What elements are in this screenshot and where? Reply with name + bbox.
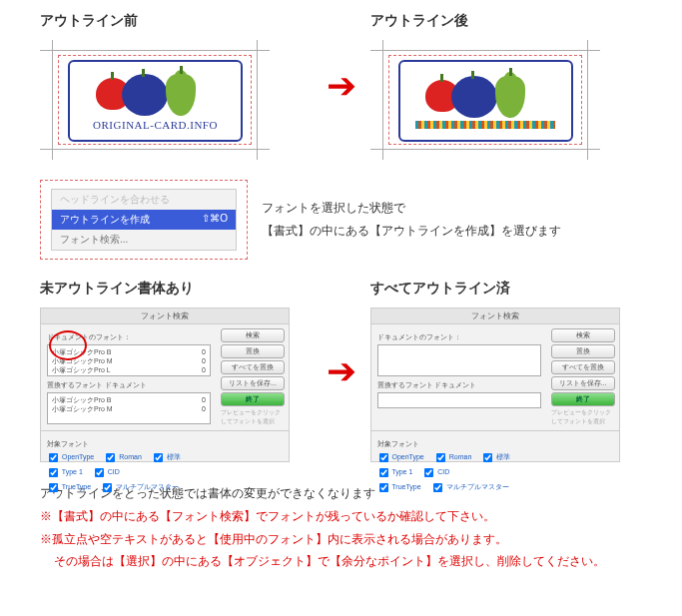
fruit-illustration xyxy=(425,74,545,119)
chk-std[interactable]: 標準 xyxy=(152,451,181,464)
replace-button[interactable]: 置換 xyxy=(221,344,285,358)
menu-item-headline: ヘッドラインを合わせる xyxy=(52,190,236,210)
save-list-button[interactable]: リストを保存... xyxy=(551,376,615,390)
arrow-right-icon: ➔ xyxy=(327,350,356,392)
font-row[interactable]: 小塚ゴシックPro B xyxy=(52,395,112,404)
chk-opentype[interactable]: OpenType xyxy=(47,451,94,464)
chk-type1[interactable]: Type 1 xyxy=(47,466,83,479)
menu-item-create-outlines[interactable]: アウトラインを作成 ⇧⌘O xyxy=(52,210,236,230)
replace-fonts-listbox-empty[interactable] xyxy=(377,392,541,408)
doc-label: ドキュメント xyxy=(434,381,476,388)
note-line2: ※【書式】の中にある【フォント検索】でフォントが残っているか確認して下さい。 xyxy=(40,505,642,528)
doc-label: ドキュメント xyxy=(105,381,147,388)
doc-fonts-listbox-empty[interactable] xyxy=(377,344,541,376)
tiny-note: プレビューをクリックしてフォントを選択 xyxy=(551,408,615,426)
replace-button[interactable]: 置換 xyxy=(551,344,615,358)
font-row[interactable]: 小塚ゴシックPro L xyxy=(52,365,111,374)
pear-icon xyxy=(166,74,196,116)
note-line4: その場合は【選択】の中にある【オブジェクト】で【余分なポイント】を選択し、削除し… xyxy=(40,550,642,573)
arrow-right-icon: ➔ xyxy=(327,65,356,107)
done-button[interactable]: 終了 xyxy=(221,392,285,406)
replace-all-button[interactable]: すべてを置換 xyxy=(221,360,285,374)
chk-std[interactable]: 標準 xyxy=(481,451,510,464)
menu-item-find-font[interactable]: フォント検索... xyxy=(52,230,236,250)
menu-description: フォントを選択した状態で 【書式】の中にある【アウトラインを作成】を選びます xyxy=(262,197,642,243)
find-font-dialog-before: フォント検索 ドキュメントのフォント： 小塚ゴシックPro B0 小塚ゴシックP… xyxy=(40,308,290,462)
chk-cid[interactable]: CID xyxy=(93,466,120,479)
card-text-after xyxy=(415,121,555,129)
pear-icon xyxy=(495,76,525,118)
chk-cid[interactable]: CID xyxy=(422,466,449,479)
chk-type1[interactable]: Type 1 xyxy=(377,466,413,479)
not-outlined-heading: 未アウトライン書体あり xyxy=(40,280,313,298)
target-font-section: 対象フォント OpenType Roman 標準 Type 1 CID True… xyxy=(371,430,619,498)
font-row[interactable]: 小塚ゴシックPro B xyxy=(52,347,112,356)
dialog-title: フォント検索 xyxy=(371,308,619,324)
desc-line2: 【書式】の中にある【アウトラインを作成】を選びます xyxy=(262,220,642,243)
desc-line1: フォントを選択した状態で xyxy=(262,197,642,220)
chk-mm[interactable]: マルチプルマスター xyxy=(431,481,509,494)
plum-icon xyxy=(451,76,497,118)
doc-fonts-listbox[interactable]: 小塚ゴシックPro B0 小塚ゴシックPro M0 小塚ゴシックPro L0 xyxy=(47,344,211,376)
doc-fonts-label: ドキュメントのフォント： xyxy=(377,332,541,342)
before-heading: アウトライン前 xyxy=(40,12,313,30)
card-text-before: ORIGINAL-CARD.INFO xyxy=(93,119,218,131)
find-button[interactable]: 検索 xyxy=(221,328,285,342)
chk-truetype[interactable]: TrueType xyxy=(47,481,91,494)
chk-roman[interactable]: Roman xyxy=(104,451,142,464)
business-card-after xyxy=(398,60,573,142)
menu-excerpt: ヘッドラインを合わせる アウトラインを作成 ⇧⌘O フォント検索... xyxy=(40,180,248,260)
menu-item-shortcut: ⇧⌘O xyxy=(202,213,228,227)
replace-label: 置換するフォント xyxy=(47,381,103,388)
note-line3: ※孤立点や空テキストがあると【使用中のフォント】内に表示される場合があります。 xyxy=(40,528,642,551)
save-list-button[interactable]: リストを保存... xyxy=(221,376,285,390)
menu-item-label: アウトラインを作成 xyxy=(60,213,150,227)
chk-mm[interactable]: マルチプルマスター xyxy=(101,481,179,494)
all-outlined-heading: すべてアウトライン済 xyxy=(370,280,643,298)
doc-fonts-label: ドキュメントのフォント： xyxy=(47,332,211,342)
target-font-section: 対象フォント OpenType Roman 標準 Type 1 CID True… xyxy=(41,430,289,498)
find-font-dialog-after: フォント検索 ドキュメントのフォント： 置換するフォント ドキュメント 検索 置… xyxy=(370,308,620,462)
font-row[interactable]: 小塚ゴシックPro M xyxy=(52,356,113,365)
canvas-before: ORIGINAL-CARD.INFO xyxy=(40,40,270,160)
target-font-label: 対象フォント xyxy=(377,439,613,449)
after-heading: アウトライン後 xyxy=(370,12,643,30)
chk-roman[interactable]: Roman xyxy=(434,451,472,464)
fruit-illustration xyxy=(96,72,216,117)
plum-icon xyxy=(122,74,168,116)
chk-opentype[interactable]: OpenType xyxy=(377,451,424,464)
canvas-after xyxy=(370,40,600,160)
find-button[interactable]: 検索 xyxy=(551,328,615,342)
business-card-before: ORIGINAL-CARD.INFO xyxy=(68,60,243,142)
replace-label: 置換するフォント xyxy=(377,381,433,388)
font-row[interactable]: 小塚ゴシックPro M xyxy=(52,404,113,413)
tiny-note: プレビューをクリックしてフォントを選択 xyxy=(221,408,285,426)
dialog-title: フォント検索 xyxy=(41,308,289,324)
chk-truetype[interactable]: TrueType xyxy=(377,481,421,494)
done-button[interactable]: 終了 xyxy=(551,392,615,406)
replace-all-button[interactable]: すべてを置換 xyxy=(551,360,615,374)
replace-fonts-listbox[interactable]: 小塚ゴシックPro B0 小塚ゴシックPro M0 xyxy=(47,392,211,424)
target-font-label: 対象フォント xyxy=(47,439,283,449)
